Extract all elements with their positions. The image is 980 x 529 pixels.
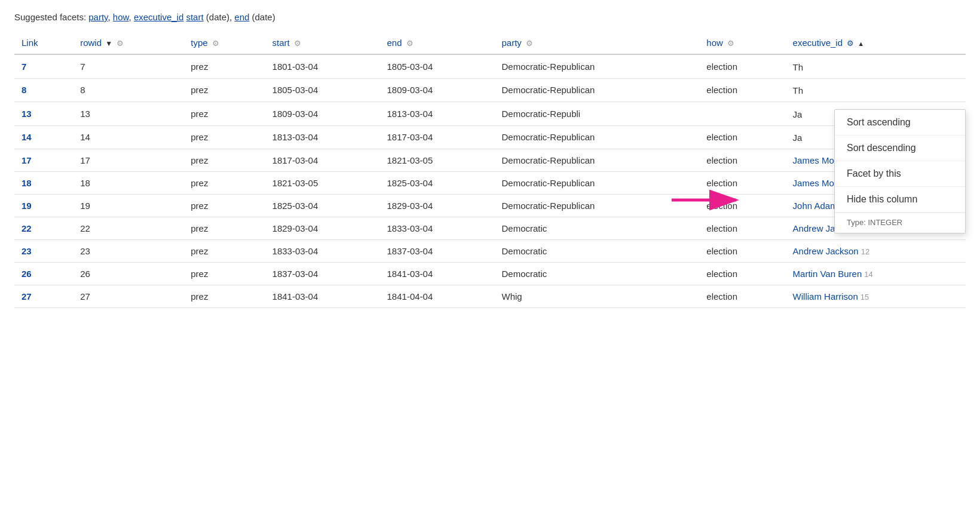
cell-start: 1837-03-04 [265,263,380,285]
start-gear-icon[interactable]: ⚙ [294,39,301,48]
end-gear-icon[interactable]: ⚙ [406,39,414,48]
facet-how[interactable]: how [113,12,129,22]
cell-how: election [699,263,785,285]
exec-name-truncated: Th [793,62,804,72]
column-dropdown-menu[interactable]: Sort ascending Sort descending Facet by … [834,109,966,233]
cell-how: election [699,195,785,217]
cell-link: 17 [14,149,73,172]
cell-how: election [699,240,785,263]
cell-end: 1805-03-04 [380,54,495,78]
row-link[interactable]: 26 [22,269,32,279]
sort-descending-item[interactable]: Sort descending [835,136,965,161]
cell-start: 1841-03-04 [265,285,380,308]
cell-end: 1837-03-04 [380,240,495,263]
table-row: 1414prez1813-03-041817-03-04Democratic-R… [14,125,966,149]
exec-id-number: 12 [861,247,869,256]
sort-arrow-icon: ▼ [105,39,112,48]
facet-party[interactable]: party [88,12,108,22]
type-gear-icon[interactable]: ⚙ [212,39,219,48]
cell-start: 1817-03-04 [265,149,380,172]
hide-column-item[interactable]: Hide this column [835,187,965,213]
cell-party: Democratic-Republi [494,102,699,126]
cell-end: 1841-04-04 [380,285,495,308]
cell-rowid: 8 [73,78,183,102]
cell-type: prez [183,125,265,149]
cell-rowid: 17 [73,149,183,172]
cell-end: 1833-03-04 [380,217,495,240]
col-rowid[interactable]: rowid ▼ ⚙ [73,32,183,54]
cell-end: 1809-03-04 [380,78,495,102]
row-link[interactable]: 17 [22,155,32,165]
cell-how: election [699,149,785,172]
exec-name-truncated: Th [793,85,804,96]
cell-rowid: 7 [73,54,183,78]
exec-name-link[interactable]: Martin Van Buren [793,269,862,279]
cell-start: 1805-03-04 [265,78,380,102]
cell-executive-id: William Harrison15 [786,285,966,308]
row-link[interactable]: 7 [22,61,26,72]
row-link[interactable]: 8 [22,85,26,95]
cell-link: 7 [14,54,73,78]
cell-party: Democratic-Republican [494,149,699,172]
facet-by-this-item[interactable]: Facet by this [835,161,965,187]
cell-how: election [699,172,785,195]
data-table: Link rowid ▼ ⚙ type ⚙ start ⚙ end ⚙ [14,32,966,308]
cell-rowid: 14 [73,125,183,149]
cell-how: election [699,285,785,308]
row-link[interactable]: 13 [22,109,32,119]
sort-ascending-item[interactable]: Sort ascending [835,110,965,136]
cell-link: 13 [14,102,73,126]
col-executive-id[interactable]: executive_id ⚙ ▲ [786,32,966,54]
cell-end: 1825-03-04 [380,172,495,195]
rowid-gear-icon[interactable]: ⚙ [117,39,124,48]
cell-link: 22 [14,217,73,240]
cell-link: 8 [14,78,73,102]
cell-type: prez [183,172,265,195]
cell-party: Democratic [494,217,699,240]
cell-party: Democratic-Republican [494,125,699,149]
cell-link: 19 [14,195,73,217]
cell-how: election [699,78,785,102]
col-type[interactable]: type ⚙ [183,32,265,54]
row-link[interactable]: 18 [22,178,32,188]
cell-how: election [699,54,785,78]
exec-name-link[interactable]: William Harrison [793,291,858,302]
how-gear-icon[interactable]: ⚙ [727,39,734,48]
cell-end: 1817-03-04 [380,125,495,149]
cell-type: prez [183,102,265,126]
col-end[interactable]: end ⚙ [380,32,495,54]
cell-type: prez [183,149,265,172]
cell-type: prez [183,54,265,78]
cell-start: 1813-03-04 [265,125,380,149]
row-link[interactable]: 27 [22,291,32,302]
party-gear-icon[interactable]: ⚙ [526,39,533,48]
cell-party: Democratic [494,240,699,263]
exec-id-number: 15 [860,293,869,302]
facet-start[interactable]: start [186,12,203,22]
cell-link: 14 [14,125,73,149]
col-how[interactable]: how ⚙ [699,32,785,54]
cell-type: prez [183,217,265,240]
col-party[interactable]: party ⚙ [494,32,699,54]
cell-start: 1833-03-04 [265,240,380,263]
cell-start: 1809-03-04 [265,102,380,126]
row-link[interactable]: 22 [22,223,32,233]
cell-rowid: 19 [73,195,183,217]
exec-name-link[interactable]: Andrew Jackson [793,246,859,256]
table-row: 2727prez1841-03-041841-04-04Whigelection… [14,285,966,308]
table-row: 1717prez1817-03-041821-03-05Democratic-R… [14,149,966,172]
facet-executive_id[interactable]: executive_id [134,12,183,22]
cell-rowid: 27 [73,285,183,308]
cell-end: 1813-03-04 [380,102,495,126]
cell-link: 18 [14,172,73,195]
row-link[interactable]: 23 [22,246,32,256]
cell-party: Democratic-Republican [494,54,699,78]
row-link[interactable]: 14 [22,132,32,142]
executive-id-gear-icon[interactable]: ⚙ [847,39,854,48]
cell-executive-id: Andrew Jackson12 [786,240,966,263]
row-link[interactable]: 19 [22,201,32,211]
cell-type: prez [183,263,265,285]
col-start[interactable]: start ⚙ [265,32,380,54]
facet-end[interactable]: end [234,12,249,22]
cell-executive-id: Th [786,78,966,102]
